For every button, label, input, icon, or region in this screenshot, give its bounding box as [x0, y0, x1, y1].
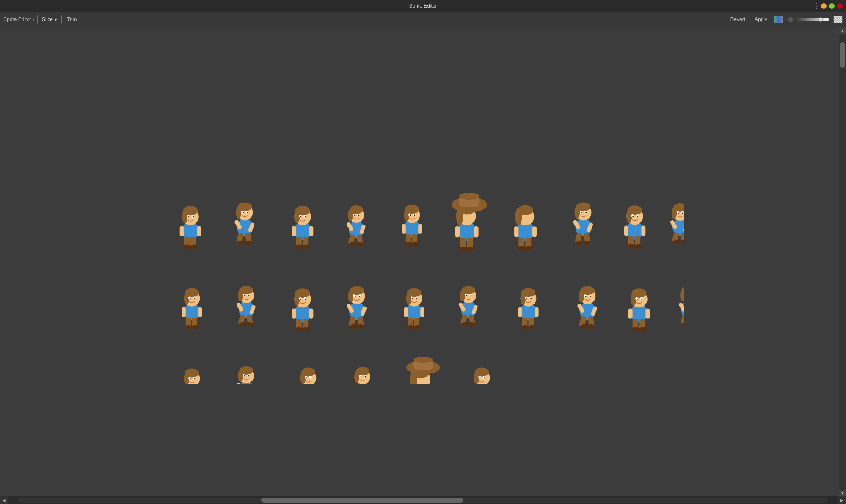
svg-point-14	[160, 158, 176, 175]
toolbar: Sprite Editor ▾ Slice ▾ Trim Revert Appl…	[0, 12, 846, 27]
apply-button[interactable]: Apply	[752, 16, 770, 23]
scroll-up-icon: ▲	[840, 28, 845, 33]
alpha-slider-thumb	[818, 17, 823, 22]
scroll-up-arrow[interactable]: ▲	[839, 27, 846, 34]
slice-chevron-icon: ▾	[55, 16, 57, 22]
svg-rect-34	[162, 172, 167, 181]
svg-point-21	[170, 152, 171, 153]
svg-point-26	[161, 179, 168, 184]
svg-point-28	[160, 158, 176, 175]
svg-point-6	[165, 153, 167, 155]
svg-point-7	[170, 153, 171, 155]
svg-rect-22	[157, 159, 165, 170]
sprite-editor-label: Sprite Editor	[3, 16, 31, 22]
svg-point-30	[161, 144, 175, 153]
svg-point-0	[160, 158, 176, 175]
scroll-right-arrow[interactable]: ▶	[838, 496, 846, 504]
window-close-button[interactable]	[837, 3, 843, 9]
rgb-toggle-icon[interactable]	[774, 16, 783, 23]
scroll-left-arrow[interactable]: ◀	[0, 496, 8, 504]
svg-point-40	[459, 193, 479, 200]
sprite-sheet-svg	[155, 139, 684, 384]
title-bar: Sprite Editor ⋮	[0, 0, 846, 12]
window-controls: ⋮	[813, 3, 843, 9]
svg-point-27	[168, 179, 175, 184]
svg-point-17	[160, 147, 165, 159]
svg-point-31	[159, 146, 165, 162]
svg-rect-25	[168, 172, 175, 182]
scroll-down-icon: ▼	[840, 491, 845, 496]
alpha-slider-container	[788, 16, 829, 22]
svg-rect-11	[168, 172, 173, 181]
scroll-right-icon: ▶	[840, 498, 844, 503]
vertical-scroll-thumb[interactable]	[840, 42, 845, 68]
trim-button-label: Trim	[67, 16, 77, 22]
vertical-scrollbar[interactable]: ▲ ▼	[839, 27, 846, 496]
canvas-scroll[interactable]	[0, 27, 839, 496]
window-minimize-button[interactable]	[821, 3, 827, 9]
svg-point-36	[161, 179, 168, 184]
svg-point-5	[169, 152, 171, 155]
svg-rect-24	[160, 171, 167, 181]
svg-rect-33	[174, 162, 178, 172]
svg-point-3	[160, 148, 165, 160]
svg-point-12	[161, 179, 168, 184]
slice-button-label: Slice	[42, 16, 53, 22]
svg-point-2	[161, 144, 175, 153]
horizontal-scrollbar[interactable]	[18, 498, 828, 503]
sprite-editor-menu[interactable]: Sprite Editor ▾	[3, 16, 35, 22]
svg-point-37	[168, 179, 175, 184]
svg-point-15	[160, 145, 176, 160]
svg-point-4	[165, 152, 167, 155]
alpha-slider[interactable]	[795, 18, 829, 21]
svg-rect-35	[168, 172, 173, 181]
svg-point-1	[160, 146, 176, 162]
svg-point-29	[160, 146, 176, 162]
bottom-scrollbar-bar: ◀ ▶	[0, 496, 846, 504]
svg-rect-23	[171, 162, 177, 172]
svg-point-18	[165, 151, 167, 153]
svg-point-19	[169, 151, 171, 153]
alpha-checkerboard-icon[interactable]	[833, 16, 843, 23]
trim-button[interactable]: Trim	[64, 15, 80, 24]
svg-point-13	[168, 179, 175, 184]
canvas-container	[0, 27, 839, 496]
main-area: ▲ ▼	[0, 27, 846, 496]
window-more-icon[interactable]: ⋮	[813, 3, 818, 9]
svg-point-43	[413, 357, 433, 363]
toolbar-right: Revert Apply	[728, 16, 843, 23]
slice-button[interactable]: Slice ▾	[37, 15, 62, 24]
svg-point-16	[161, 143, 175, 151]
sprite-canvas	[155, 139, 684, 384]
svg-rect-8	[158, 162, 162, 172]
sprite-editor-chevron: ▾	[33, 17, 35, 22]
scroll-down-arrow[interactable]: ▼	[839, 490, 846, 496]
revert-button[interactable]: Revert	[728, 16, 748, 23]
window-maximize-button[interactable]	[829, 3, 835, 9]
scroll-left-icon: ◀	[2, 498, 6, 503]
window-title: Sprite Editor	[409, 3, 437, 9]
svg-rect-32	[158, 162, 162, 172]
svg-point-20	[165, 152, 167, 153]
svg-rect-10	[162, 172, 167, 181]
svg-rect-9	[174, 162, 178, 172]
horizontal-scroll-thumb	[261, 498, 464, 503]
alpha-dot-icon	[788, 16, 794, 22]
